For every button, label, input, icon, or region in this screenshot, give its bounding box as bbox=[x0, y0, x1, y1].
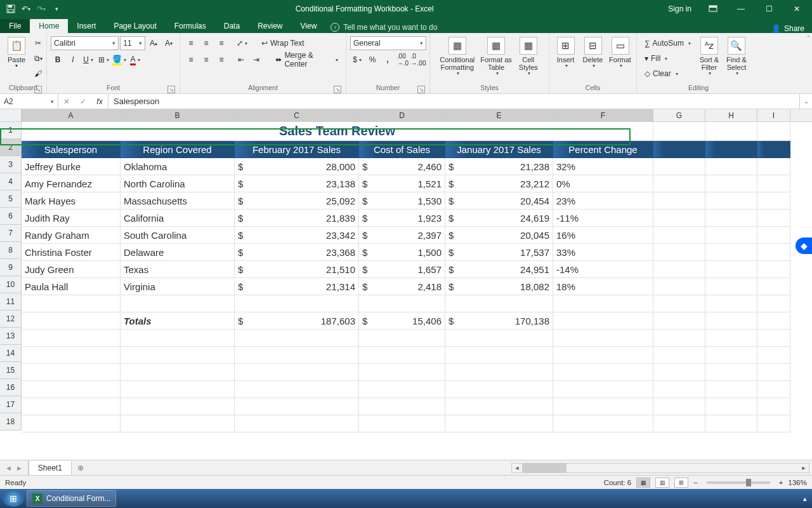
title-cell[interactable]: Sales Team Review bbox=[22, 122, 653, 141]
column-header-A[interactable]: A bbox=[22, 109, 121, 121]
cell[interactable] bbox=[757, 210, 790, 227]
cell[interactable]: 0% bbox=[553, 175, 653, 192]
cell[interactable] bbox=[757, 192, 790, 210]
cell[interactable] bbox=[653, 398, 705, 415]
cell[interactable]: Oklahoma bbox=[121, 158, 235, 175]
cell[interactable]: Judith Ray bbox=[22, 210, 121, 227]
cell[interactable] bbox=[705, 398, 757, 415]
zoom-in-icon[interactable]: + bbox=[779, 479, 783, 486]
cell[interactable] bbox=[22, 364, 121, 381]
cell[interactable] bbox=[757, 398, 790, 415]
column-header-F[interactable]: F bbox=[553, 109, 653, 121]
cell[interactable] bbox=[235, 415, 359, 432]
cell[interactable] bbox=[705, 330, 757, 347]
cell[interactable]: Texas bbox=[121, 261, 235, 278]
cell[interactable] bbox=[757, 227, 790, 244]
cell[interactable]: $1,530 bbox=[359, 192, 445, 210]
cell[interactable]: California bbox=[121, 210, 235, 227]
cell[interactable] bbox=[359, 330, 445, 347]
cancel-formula-icon[interactable]: ✕ bbox=[58, 95, 75, 109]
decrease-indent-icon[interactable]: ⇤ bbox=[234, 53, 248, 67]
cell[interactable]: $24,619 bbox=[445, 210, 553, 227]
header-cell[interactable]: Percent Change bbox=[553, 141, 653, 158]
decrease-decimal-icon[interactable]: .0→.00 bbox=[411, 53, 426, 67]
increase-indent-icon[interactable]: ⇥ bbox=[249, 53, 263, 67]
format-cells-button[interactable]: ▭Format bbox=[608, 34, 633, 69]
start-button[interactable]: ⊞ bbox=[3, 490, 24, 507]
insert-cells-button[interactable]: ⊞Insert bbox=[553, 34, 579, 69]
bold-icon[interactable]: B bbox=[51, 53, 65, 67]
undo-icon[interactable]: ↶▾ bbox=[19, 2, 33, 16]
cell[interactable] bbox=[22, 330, 121, 347]
format-painter-icon[interactable]: 🖌 bbox=[31, 67, 45, 81]
cell[interactable] bbox=[653, 347, 705, 364]
redo-icon[interactable]: ↷▾ bbox=[34, 2, 48, 16]
cell[interactable] bbox=[359, 415, 445, 432]
cell[interactable]: Amy Fernandez bbox=[22, 175, 121, 192]
cell[interactable] bbox=[553, 330, 653, 347]
row-header-15[interactable]: 15 bbox=[0, 362, 22, 379]
tab-file[interactable]: File bbox=[0, 19, 30, 33]
column-header-E[interactable]: E bbox=[445, 109, 553, 121]
cell[interactable] bbox=[705, 210, 757, 227]
sheet-prev-icon[interactable]: ◄ bbox=[5, 464, 12, 472]
row-header-4[interactable]: 4 bbox=[0, 173, 22, 190]
cell[interactable] bbox=[757, 278, 790, 295]
cell[interactable] bbox=[653, 227, 705, 244]
cell[interactable] bbox=[22, 381, 121, 398]
cell[interactable] bbox=[757, 261, 790, 278]
align-left-icon[interactable]: ≡ bbox=[184, 53, 198, 67]
wrap-text-button[interactable]: ↩Wrap Text bbox=[258, 36, 308, 50]
cell[interactable] bbox=[653, 278, 705, 295]
cell[interactable]: Christina Foster bbox=[22, 244, 121, 261]
align-middle-icon[interactable]: ≡ bbox=[199, 36, 213, 50]
header-cell[interactable]: Salesperson bbox=[22, 141, 121, 158]
sheet-next-icon[interactable]: ► bbox=[16, 464, 23, 472]
cell[interactable] bbox=[22, 347, 121, 364]
row-header-18[interactable]: 18 bbox=[0, 413, 22, 431]
scroll-thumb[interactable] bbox=[522, 464, 566, 472]
cell[interactable] bbox=[235, 295, 359, 312]
cell[interactable] bbox=[121, 415, 235, 432]
cell[interactable] bbox=[653, 175, 705, 192]
zoom-value[interactable]: 136% bbox=[789, 479, 807, 486]
cell[interactable] bbox=[445, 364, 553, 381]
cell[interactable] bbox=[757, 381, 790, 398]
cell[interactable]: $21,238 bbox=[445, 158, 553, 175]
increase-font-icon[interactable]: A▴ bbox=[147, 36, 160, 50]
cell[interactable] bbox=[553, 312, 653, 330]
cell[interactable] bbox=[653, 312, 705, 330]
cell[interactable] bbox=[757, 415, 790, 432]
header-cell[interactable]: February 2017 Sales bbox=[235, 141, 359, 158]
cell[interactable] bbox=[22, 415, 121, 432]
collapse-ribbon-icon[interactable]: ˆ bbox=[808, 36, 809, 43]
tab-formulas[interactable]: Formulas bbox=[166, 19, 215, 33]
cell[interactable] bbox=[121, 381, 235, 398]
cell[interactable] bbox=[705, 364, 757, 381]
cell[interactable]: $20,454 bbox=[445, 192, 553, 210]
column-header-C[interactable]: C bbox=[235, 109, 359, 121]
add-sheet-icon[interactable]: ⊕ bbox=[72, 460, 89, 475]
taskbar-excel[interactable]: XConditional Form... bbox=[27, 490, 116, 507]
accounting-format-icon[interactable]: $ bbox=[350, 53, 364, 67]
cell[interactable]: $21,314 bbox=[235, 278, 359, 295]
cell[interactable] bbox=[553, 398, 653, 415]
cell[interactable] bbox=[359, 381, 445, 398]
cell[interactable] bbox=[22, 295, 121, 312]
cell[interactable] bbox=[653, 261, 705, 278]
zoom-out-icon[interactable]: − bbox=[693, 479, 698, 486]
row-header-1[interactable]: 1 bbox=[0, 122, 22, 139]
cell[interactable]: $17,537 bbox=[445, 244, 553, 261]
header-cell[interactable]: Region Covered bbox=[121, 141, 235, 158]
cell[interactable] bbox=[235, 347, 359, 364]
conditional-formatting-button[interactable]: ▦Conditional Formatting bbox=[438, 34, 476, 77]
column-header-B[interactable]: B bbox=[121, 109, 235, 121]
cell[interactable] bbox=[235, 381, 359, 398]
cell[interactable] bbox=[445, 415, 553, 432]
fill-button[interactable]: ▾Fill bbox=[641, 51, 695, 65]
cell[interactable] bbox=[121, 398, 235, 415]
sheet-nav[interactable]: ◄► bbox=[0, 460, 29, 475]
cell[interactable] bbox=[653, 381, 705, 398]
cell[interactable]: $1,521 bbox=[359, 175, 445, 192]
cell[interactable]: $21,510 bbox=[235, 261, 359, 278]
